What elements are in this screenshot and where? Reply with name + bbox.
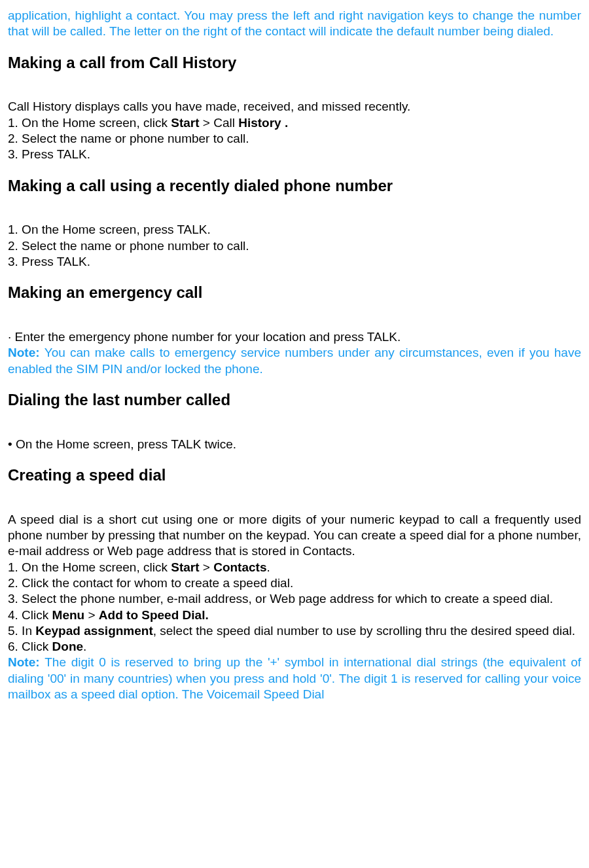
note-label: Note: [8, 655, 45, 669]
speeddial-intro: A speed dial is a short cut using one or… [8, 512, 581, 560]
bold-start: Start [171, 116, 199, 130]
bold-keypad: Keypad assignment [35, 624, 153, 638]
speeddial-note: Note: The digit 0 is reserved to bring u… [8, 655, 581, 702]
callhistory-step2: 2. Select the name or phone number to ca… [8, 131, 581, 147]
heading-call-history: Making a call from Call History [8, 53, 581, 73]
speeddial-step3: 3. Select the phone number, e-mail addre… [8, 591, 581, 607]
bold-start: Start [171, 560, 199, 574]
text: 6. Click [8, 640, 52, 653]
bold-menu: Menu [52, 608, 85, 622]
note-text: You can make calls to emergency service … [8, 346, 581, 375]
text: > Call [200, 116, 239, 130]
text: 1. On the Home screen, click [8, 560, 171, 574]
recent-step1: 1. On the Home screen, press TALK. [8, 222, 581, 238]
text: 5. In [8, 624, 35, 638]
speeddial-step5: 5. In Keypad assignment, select the spee… [8, 623, 581, 639]
callhistory-step3: 3. Press TALK. [8, 147, 581, 162]
emergency-step1: · Enter the emergency phone number for y… [8, 329, 581, 345]
speeddial-step1: 1. On the Home screen, click Start > Con… [8, 560, 581, 575]
speeddial-step6: 6. Click Done. [8, 639, 581, 655]
text: > [200, 560, 214, 574]
recent-step2: 2. Select the name or phone number to ca… [8, 238, 581, 254]
intro-blue-text: application, highlight a contact. You ma… [8, 8, 581, 40]
bold-history: History . [238, 116, 288, 130]
callhistory-intro: Call History displays calls you have mad… [8, 99, 581, 115]
emergency-note: Note: You can make calls to emergency se… [8, 345, 581, 377]
speeddial-step4: 4. Click Menu > Add to Speed Dial. [8, 607, 581, 623]
heading-recent-dialed: Making a call using a recently dialed ph… [8, 176, 581, 196]
bold-contacts: Contacts [213, 560, 266, 574]
callhistory-step1: 1. On the Home screen, click Start > Cal… [8, 115, 581, 131]
heading-emergency: Making an emergency call [8, 283, 581, 303]
text: . [83, 640, 86, 653]
bold-addspeeddial: Add to Speed Dial. [99, 608, 209, 622]
lastnumber-step1: • On the Home screen, press TALK twice. [8, 437, 581, 452]
note-label: Note: [8, 346, 45, 359]
text: 1. On the Home screen, click [8, 116, 171, 130]
speeddial-step2: 2. Click the contact for whom to create … [8, 575, 581, 591]
heading-speed-dial: Creating a speed dial [8, 465, 581, 486]
text: , select the speed dial number to use by… [153, 624, 575, 638]
note-text: The digit 0 is reserved to bring up the … [8, 655, 581, 701]
text: > [84, 608, 99, 622]
recent-step3: 3. Press TALK. [8, 254, 581, 270]
text: 4. Click [8, 608, 52, 622]
text: . [266, 560, 270, 574]
bold-done: Done [52, 640, 84, 653]
heading-last-number: Dialing the last number called [8, 390, 581, 410]
